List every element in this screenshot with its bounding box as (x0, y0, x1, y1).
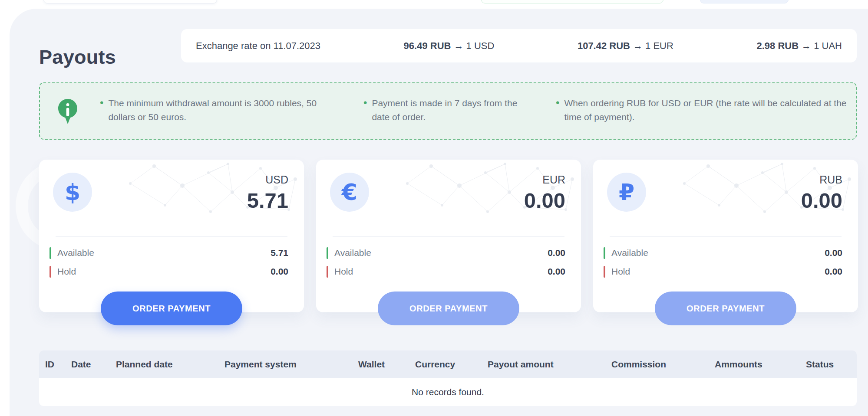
notice-item-payment-days: • Payment is made in 7 days from the dat… (363, 96, 537, 124)
available-value: 0.00 (825, 248, 842, 258)
available-bar-icon (604, 247, 605, 259)
column-header-payout-amount: Payout amount (488, 359, 611, 370)
usd-icon-circle: $ (53, 173, 92, 212)
bullet-icon: • (363, 96, 367, 124)
order-payment-button-rub[interactable]: ORDER PAYMENT (655, 292, 796, 325)
topbar-button-remnant[interactable] (700, 0, 789, 3)
available-value: 0.00 (548, 248, 565, 258)
exchange-rate-bar: Exchange rate on 11.07.2023 96.49 RUB→ 1… (181, 29, 857, 62)
currency-code: USD (265, 174, 288, 186)
order-payment-button-usd[interactable]: ORDER PAYMENT (101, 292, 242, 325)
hold-row: Hold 0.00 (327, 265, 565, 278)
column-header-planned-date: Planned date (116, 359, 224, 370)
column-header-wallet: Wallet (358, 359, 415, 370)
hold-value: 0.00 (548, 266, 565, 277)
notice-item-rate: • When ordering RUB for USD or EUR (the … (556, 96, 860, 124)
available-bar-icon (50, 247, 51, 259)
currency-card-eur: € EUR 0.00 Available 0.00 Hold 0.00 ORDE… (316, 160, 581, 312)
info-pin-icon (58, 99, 77, 124)
info-notice-box: • The minimum withdrawal amount is 3000 … (39, 82, 857, 140)
topbar-search-remnant[interactable] (43, 0, 217, 3)
column-header-status: Status (806, 359, 857, 370)
column-header-commission: Commission (611, 359, 715, 370)
available-value: 5.71 (271, 248, 288, 258)
available-bar-icon (327, 247, 328, 259)
notice-item-minimum: • The minimum withdrawal amount is 3000 … (100, 96, 319, 124)
currency-balance: 0.00 (524, 190, 565, 211)
currency-balance: 5.71 (247, 190, 288, 211)
available-row: Available 0.00 (604, 246, 842, 259)
bullet-icon: • (100, 96, 103, 124)
hold-bar-icon (50, 266, 51, 278)
payouts-table-header: ID Date Planned date Payment system Wall… (39, 350, 857, 378)
hold-row: Hold 0.00 (604, 265, 842, 278)
bullet-icon: • (556, 96, 559, 124)
column-header-payment-system: Payment system (224, 359, 358, 370)
currency-card-rub: ₽ RUB 0.00 Available 0.00 Hold 0.00 ORDE… (593, 160, 858, 312)
currency-balance: 0.00 (801, 190, 842, 211)
page-title: Payouts (39, 46, 116, 69)
order-payment-button-eur[interactable]: ORDER PAYMENT (378, 292, 519, 325)
hold-value: 0.00 (271, 266, 288, 277)
currency-code: RUB (819, 174, 842, 186)
ruble-icon: ₽ (619, 181, 634, 203)
column-header-currency: Currency (415, 359, 488, 370)
hold-row: Hold 0.00 (50, 265, 288, 278)
euro-icon: € (342, 181, 357, 203)
rub-icon-circle: ₽ (607, 173, 646, 212)
table-empty-row: No records found. (39, 378, 857, 406)
column-header-date: Date (71, 359, 116, 370)
available-row: Available 5.71 (50, 246, 288, 259)
card-divider (610, 236, 842, 237)
column-header-ammounts: Ammounts (715, 359, 806, 370)
empty-message: No records found. (412, 387, 484, 397)
dollar-icon: $ (65, 181, 80, 203)
card-divider (333, 236, 564, 237)
currency-code: EUR (542, 174, 565, 186)
column-header-id: ID (45, 359, 71, 370)
exchange-rate-label: Exchange rate on 11.07.2023 (196, 40, 320, 52)
available-row: Available 0.00 (327, 246, 565, 259)
currency-card-usd: $ USD 5.71 Available 5.71 Hold 0.00 ORDE… (39, 160, 304, 312)
hold-bar-icon (604, 266, 605, 278)
hold-value: 0.00 (825, 266, 842, 277)
hold-bar-icon (327, 266, 328, 278)
topbar-balance-remnant[interactable] (481, 0, 663, 3)
exchange-rate-uah: 2.98 RUB→ 1 UAH (756, 40, 842, 52)
card-divider (56, 236, 287, 237)
exchange-rate-usd: 96.49 RUB→ 1 USD (404, 40, 495, 52)
exchange-rate-eur: 107.42 RUB→ 1 EUR (578, 40, 673, 52)
eur-icon-circle: € (330, 173, 369, 212)
